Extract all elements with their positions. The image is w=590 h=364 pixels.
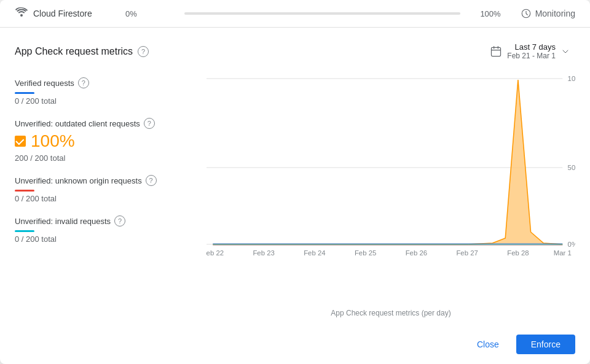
metric-invalid: Unverified: invalid requests ? 0 / 200 t… xyxy=(15,215,199,244)
date-range-main: Last 7 days xyxy=(515,42,556,52)
svg-text:Feb 23: Feb 23 xyxy=(253,249,274,257)
date-range-button[interactable]: Last 7 days Feb 21 - Mar 1 xyxy=(485,40,575,63)
metric-unknown-origin-line xyxy=(15,190,34,192)
metric-outdated-percent: 100% xyxy=(31,131,75,151)
progress-area: 0% 100% xyxy=(125,9,501,18)
svg-marker-17 xyxy=(213,80,562,244)
metric-verified-help[interactable]: ? xyxy=(78,77,89,88)
monitoring-label: Monitoring xyxy=(535,9,575,18)
svg-text:100%: 100% xyxy=(568,75,575,82)
metric-verified: Verified requests ? 0 / 200 total xyxy=(15,77,199,106)
metric-verified-line xyxy=(15,92,34,94)
cloud-firestore-icon xyxy=(15,7,28,20)
metric-invalid-label: Unverified: invalid requests ? xyxy=(15,215,199,227)
calendar-icon xyxy=(490,45,502,58)
clock-icon xyxy=(521,8,532,19)
chevron-down-icon xyxy=(560,47,570,56)
metric-verified-label: Verified requests ? xyxy=(15,77,199,88)
metric-outdated: Unverified: outdated client requests ? 1… xyxy=(15,118,199,163)
date-range-lines: Last 7 days Feb 21 - Mar 1 xyxy=(507,42,556,60)
main-content: App Check request metrics ? Last 7 days … xyxy=(0,28,590,327)
svg-text:Feb 27: Feb 27 xyxy=(456,249,478,257)
chart-graph: 100% 50% 0% Feb 22 Feb 23 Feb 24 Feb 25 … xyxy=(206,72,575,257)
svg-rect-2 xyxy=(492,47,501,56)
metrics-sidebar: Verified requests ? 0 / 200 total Unveri… xyxy=(15,72,199,317)
metric-outdated-big: 100% xyxy=(15,131,199,151)
progress-bar xyxy=(184,12,460,15)
metric-verified-value: 0 / 200 total xyxy=(15,96,199,106)
chart-container: 100% 50% 0% Feb 22 Feb 23 Feb 24 Feb 25 … xyxy=(199,72,575,317)
svg-text:Mar 1: Mar 1 xyxy=(554,249,572,257)
section-title: App Check request metrics ? xyxy=(15,46,149,57)
metric-outdated-value: 200 / 200 total xyxy=(15,153,199,163)
svg-text:Feb 28: Feb 28 xyxy=(507,249,529,257)
metric-unknown-origin: Unverified: unknown origin requests ? 0 … xyxy=(15,175,199,203)
svg-point-0 xyxy=(20,14,23,17)
metric-outdated-help[interactable]: ? xyxy=(144,118,155,129)
monitoring-button[interactable]: Monitoring xyxy=(521,8,575,19)
metric-invalid-value: 0 / 200 total xyxy=(15,234,199,244)
dialog: Cloud Firestore 0% 100% Monitoring App C… xyxy=(0,0,590,364)
date-range-sub: Feb 21 - Mar 1 xyxy=(507,52,556,60)
footer: Close Enforce xyxy=(0,327,590,364)
svg-text:Feb 22: Feb 22 xyxy=(206,249,224,257)
svg-text:0%: 0% xyxy=(568,241,575,248)
section-help-icon[interactable]: ? xyxy=(138,46,149,57)
enforce-button[interactable]: Enforce xyxy=(516,335,575,354)
service-info: Cloud Firestore xyxy=(15,7,125,20)
metric-unknown-origin-label: Unverified: unknown origin requests ? xyxy=(15,175,199,186)
svg-text:Feb 24: Feb 24 xyxy=(304,249,325,257)
chart-svg: 100% 50% 0% Feb 22 Feb 23 Feb 24 Feb 25 … xyxy=(206,72,575,306)
chart-area: Verified requests ? 0 / 200 total Unveri… xyxy=(15,72,575,317)
metric-unknown-origin-value: 0 / 200 total xyxy=(15,194,199,203)
chart-xlabel: App Check request metrics (per day) xyxy=(206,309,575,317)
svg-text:Feb 26: Feb 26 xyxy=(406,249,427,257)
section-header: App Check request metrics ? Last 7 days … xyxy=(15,40,575,63)
metric-unknown-origin-help[interactable]: ? xyxy=(146,175,157,186)
metric-outdated-checkbox xyxy=(15,136,26,147)
section-title-text: App Check request metrics xyxy=(15,46,133,57)
svg-text:Feb 25: Feb 25 xyxy=(355,249,376,257)
metric-outdated-label: Unverified: outdated client requests ? xyxy=(15,118,199,129)
top-bar: Cloud Firestore 0% 100% Monitoring xyxy=(0,0,590,28)
progress-left-label: 0% xyxy=(125,9,175,18)
close-button[interactable]: Close xyxy=(467,335,509,354)
metric-invalid-line xyxy=(15,230,34,232)
metric-invalid-help[interactable]: ? xyxy=(114,215,125,227)
svg-text:50%: 50% xyxy=(568,164,575,171)
service-name-label: Cloud Firestore xyxy=(33,9,92,18)
progress-right-label: 100% xyxy=(470,9,501,18)
